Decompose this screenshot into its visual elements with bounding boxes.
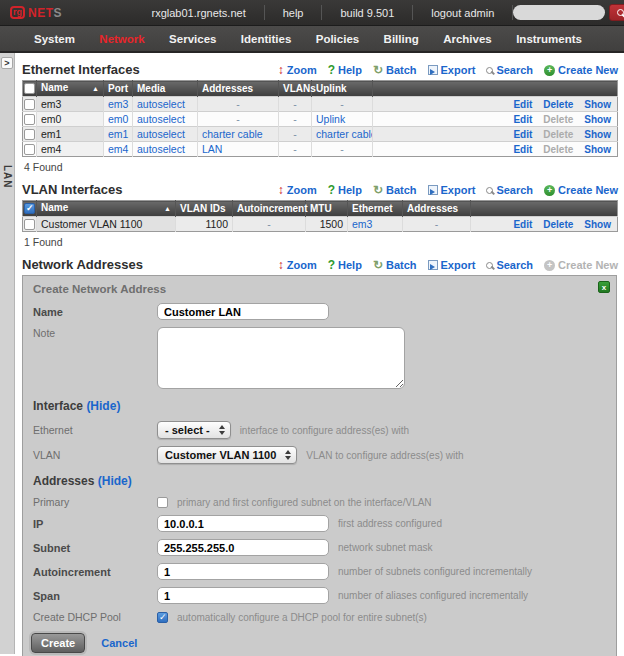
uplink-link[interactable]: Uplink: [316, 113, 345, 125]
select-all-checkbox[interactable]: [24, 83, 35, 94]
cell-name: em0: [37, 112, 104, 127]
export-icon: [428, 185, 438, 195]
delete-link[interactable]: Delete: [543, 99, 573, 110]
column-header-uplink[interactable]: Uplink: [312, 81, 373, 97]
port-link[interactable]: em1: [108, 128, 128, 140]
create-new-button[interactable]: +Create New: [544, 64, 618, 76]
media-link[interactable]: autoselect: [137, 98, 185, 110]
addresses-link[interactable]: charter cable: [202, 128, 263, 140]
note-field[interactable]: [157, 327, 405, 389]
edit-link[interactable]: Edit: [513, 129, 532, 140]
rgnets-logo[interactable]: rg NETS: [10, 6, 62, 20]
column-header-vlans[interactable]: VLANs: [279, 81, 312, 97]
column-header-mtu[interactable]: MTU: [306, 201, 348, 217]
cell-addresses: -: [198, 97, 279, 112]
dhcp-pool-checkbox[interactable]: [157, 612, 168, 623]
show-link[interactable]: Show: [584, 129, 611, 140]
help-button[interactable]: ?Help: [328, 63, 362, 77]
logout-link[interactable]: logout admin: [413, 7, 512, 19]
nav-policies[interactable]: Policies: [316, 33, 359, 45]
nav-archives[interactable]: Archives: [443, 33, 492, 45]
search-input[interactable]: [513, 5, 605, 20]
ethernet-link[interactable]: em3: [352, 218, 372, 230]
name-field[interactable]: [157, 303, 329, 320]
subnet-field[interactable]: [157, 539, 329, 556]
search-button[interactable]: Search: [486, 64, 533, 76]
zoom-button[interactable]: ↕Zoom: [278, 64, 317, 76]
help-link[interactable]: help: [265, 7, 322, 19]
cancel-link[interactable]: Cancel: [101, 637, 137, 649]
column-header-vlan-ids[interactable]: VLAN IDs: [176, 201, 233, 217]
port-link[interactable]: em0: [108, 113, 128, 125]
zoom-button[interactable]: ↕Zoom: [278, 259, 317, 271]
interface-hide-link[interactable]: (Hide): [86, 399, 120, 413]
nav-services[interactable]: Services: [169, 33, 216, 45]
select-all-checkbox[interactable]: [24, 203, 35, 214]
sidebar-expand-chevron-icon[interactable]: >: [1, 57, 13, 69]
zoom-icon: ↕: [278, 260, 284, 270]
cell-vlans: -: [279, 142, 312, 157]
nav-identities[interactable]: Identities: [241, 33, 291, 45]
span-field[interactable]: [157, 587, 329, 604]
column-header-name[interactable]: Name▲: [37, 201, 176, 217]
column-header-addresses[interactable]: Addresses: [403, 201, 471, 217]
export-button[interactable]: Export: [428, 259, 476, 271]
show-link[interactable]: Show: [584, 99, 611, 110]
column-header-media[interactable]: Media: [133, 81, 198, 97]
row-checkbox[interactable]: [24, 114, 35, 125]
search-button[interactable]: Search: [609, 4, 624, 21]
nav-system[interactable]: System: [34, 33, 75, 45]
export-button[interactable]: Export: [428, 184, 476, 196]
help-button[interactable]: ?Help: [328, 183, 362, 197]
media-link[interactable]: autoselect: [137, 113, 185, 125]
column-header-ethernet[interactable]: Ethernet: [348, 201, 403, 217]
show-link[interactable]: Show: [584, 219, 611, 230]
zoom-button[interactable]: ↕Zoom: [278, 184, 317, 196]
ip-hint: first address configured: [338, 518, 442, 529]
batch-button[interactable]: ↻Batch: [373, 184, 417, 196]
close-icon[interactable]: x: [598, 281, 610, 293]
create-new-button[interactable]: +Create New: [544, 184, 618, 196]
media-link[interactable]: autoselect: [137, 143, 185, 155]
ethernet-select[interactable]: - select -: [157, 421, 231, 439]
port-link[interactable]: em4: [108, 143, 128, 155]
batch-button[interactable]: ↻Batch: [373, 259, 417, 271]
vlan-select[interactable]: Customer VLAN 1100: [157, 446, 297, 464]
edit-link[interactable]: Edit: [513, 144, 532, 155]
row-checkbox[interactable]: [24, 99, 35, 110]
batch-button[interactable]: ↻Batch: [373, 64, 417, 76]
sidebar-tab-lan[interactable]: LAN: [2, 165, 13, 189]
nav-instruments[interactable]: Instruments: [516, 33, 582, 45]
port-link[interactable]: em3: [108, 98, 128, 110]
ip-field[interactable]: [157, 515, 329, 532]
search-button[interactable]: Search: [486, 184, 533, 196]
primary-checkbox[interactable]: [157, 497, 168, 508]
nav-billing[interactable]: Billing: [384, 33, 419, 45]
row-checkbox[interactable]: [24, 219, 35, 230]
row-checkbox[interactable]: [24, 144, 35, 155]
column-header-addresses[interactable]: Addresses: [198, 81, 279, 97]
addresses-hide-link[interactable]: (Hide): [98, 474, 132, 488]
media-link[interactable]: autoselect: [137, 128, 185, 140]
edit-link[interactable]: Edit: [513, 114, 532, 125]
help-icon: ?: [328, 63, 335, 77]
show-link[interactable]: Show: [584, 114, 611, 125]
row-checkbox[interactable]: [24, 129, 35, 140]
search-button[interactable]: Search: [486, 259, 533, 271]
column-header-port[interactable]: Port: [104, 81, 133, 97]
name-label: Name: [31, 306, 157, 318]
create-button[interactable]: Create: [31, 633, 85, 653]
uplink-link[interactable]: charter cable: [316, 128, 373, 140]
nav-network[interactable]: Network: [99, 33, 144, 45]
export-button[interactable]: Export: [428, 64, 476, 76]
addresses-link[interactable]: LAN: [202, 143, 222, 155]
delete-link[interactable]: Delete: [543, 219, 573, 230]
autoincrement-field[interactable]: [157, 563, 329, 580]
help-button[interactable]: ?Help: [328, 258, 362, 272]
edit-link[interactable]: Edit: [513, 99, 532, 110]
edit-link[interactable]: Edit: [513, 219, 532, 230]
column-header-name[interactable]: Name▲: [37, 81, 104, 97]
hostname-link[interactable]: rxglab01.rgnets.net: [134, 7, 264, 19]
show-link[interactable]: Show: [584, 144, 611, 155]
column-header-autoincrement[interactable]: Autoincrement: [233, 201, 306, 217]
